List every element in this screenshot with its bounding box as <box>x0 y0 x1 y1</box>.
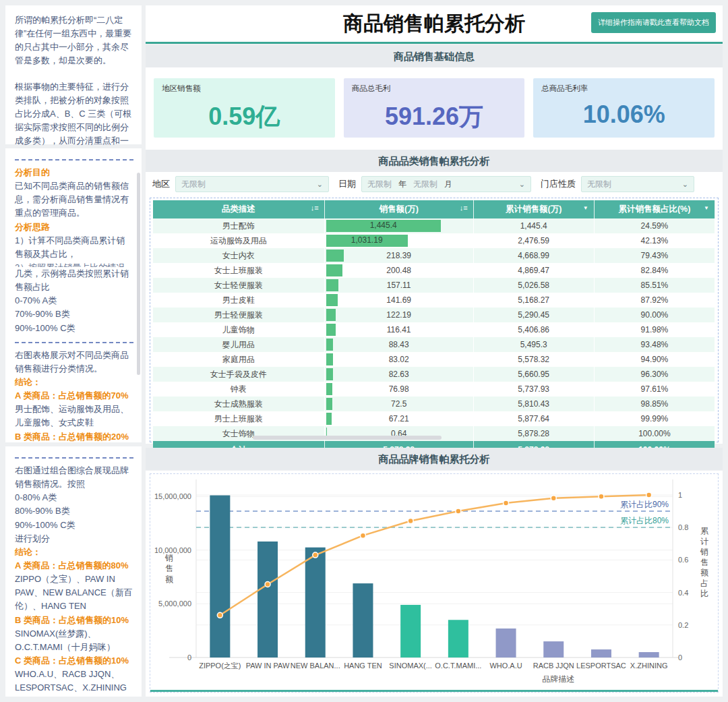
filter-triangle-icon[interactable]: ▼ <box>583 205 588 211</box>
chevron-down-icon: ⌄ <box>514 180 525 189</box>
chevron-down-icon: ⌄ <box>311 180 323 189</box>
filter-bar: 地区 无限制 ⌄ 日期 无限制 年 无限制 月 ⌄ 门店性质 无限制 ⌄ <box>146 172 723 196</box>
x-axis-title: 品牌描述 <box>542 674 574 684</box>
brand-sales-bar[interactable] <box>496 628 516 657</box>
table-row[interactable]: 男士皮鞋141.695,168.2787.92% <box>153 293 715 308</box>
svg-text:0: 0 <box>678 653 682 662</box>
brand-sales-bar[interactable] <box>257 542 278 657</box>
category-section-title: 商品品类销售帕累托分析 <box>146 150 723 172</box>
x-tick-label: WHO.A.U <box>489 662 522 670</box>
cell-cumulative: 5,578.32 <box>473 352 594 367</box>
table-row[interactable]: 钟表76.985,737.9397.61% <box>153 382 715 397</box>
brand-sales-bar[interactable] <box>400 605 421 657</box>
brand-sales-bar[interactable] <box>591 649 611 657</box>
analysis-approach-line1: 1）计算不同品类商品累计销售额及其占比， <box>15 234 133 261</box>
brand-sales-bar[interactable] <box>305 548 326 657</box>
sales-value: 76.98 <box>389 384 409 394</box>
table-row[interactable]: 男士上班服装67.215,877.6499.99% <box>153 411 715 426</box>
table-row[interactable]: 男士配饰1,445.41,445.424.59% <box>153 218 715 233</box>
filter-region-label: 地区 <box>152 178 170 190</box>
cumulative-point[interactable] <box>408 518 413 523</box>
table-row[interactable]: 女士上班服装200.484,869.4782.84% <box>153 263 715 278</box>
column-header-cumulative[interactable]: 累计销售额(万)▼ <box>473 200 594 218</box>
sort-descending-icon[interactable]: ↓≡ <box>460 204 468 212</box>
cell-sales: 72.5 <box>324 397 473 411</box>
brand-sales-bar[interactable] <box>210 496 230 657</box>
filter-store-select[interactable]: 无限制 ⌄ <box>581 176 694 192</box>
cell-cumulative: 5,878.28 <box>473 426 594 441</box>
cell-cumulative-pct: 42.13% <box>594 233 715 248</box>
cumulative-line[interactable] <box>220 495 648 615</box>
sidebar-brand-panel: 右图通过组合图综合展现品牌销售额情况。按照 0-80% A类 80%-90% B… <box>5 446 142 697</box>
threshold-label: 累计占比90% <box>620 500 669 509</box>
filter-region-select[interactable]: 无限制 ⌄ <box>175 176 329 192</box>
sales-value: 1,031.19 <box>326 233 408 247</box>
cumulative-point[interactable] <box>360 533 365 538</box>
cumulative-point[interactable] <box>551 496 556 501</box>
table-row[interactable]: 女士轻便服装157.115,026.5885.51% <box>153 278 715 293</box>
cell-category: 儿童饰物 <box>153 322 324 337</box>
cell-sales: 200.48 <box>324 263 473 278</box>
analysis-approach-title: 分析思路 <box>15 221 133 234</box>
x-tick-label: LESPORTSAC <box>576 662 626 670</box>
sidebar-scrollbar[interactable] <box>137 173 140 375</box>
cumulative-point[interactable] <box>456 508 461 514</box>
class-rule-a: 0-70% A类 <box>15 294 133 308</box>
cell-category: 家庭用品 <box>153 352 324 367</box>
brand-sales-bar[interactable] <box>639 652 659 657</box>
table-row[interactable]: 女士内衣218.394,668.9979.43% <box>153 248 715 263</box>
sales-value: 116.41 <box>387 325 411 334</box>
sort-descending-icon[interactable]: ↓≡ <box>311 204 319 212</box>
sales-bar <box>326 279 338 291</box>
brand-b-title: B 类商品：占总销售额的10% <box>15 614 133 627</box>
column-header-category[interactable]: 品类描述↓≡ <box>153 200 324 218</box>
chart-horizontal-scrollbar[interactable] <box>150 690 718 692</box>
cell-cumulative: 5,290.45 <box>473 308 594 322</box>
x-tick-label: SINOMAX(... <box>389 662 432 670</box>
cell-category: 女士轻便服装 <box>153 278 324 293</box>
cell-cumulative: 5,810.43 <box>473 397 594 411</box>
table-row[interactable]: 家庭用品83.025,578.3294.90% <box>153 352 715 367</box>
table-row[interactable]: 儿童饰物116.415,406.8691.98% <box>153 322 715 337</box>
cell-cumulative-pct: 79.43% <box>594 248 715 263</box>
table-row[interactable]: 女士成熟服装72.55,810.4398.85% <box>153 397 715 411</box>
column-header-cumulative-pct[interactable]: 累计销售额占比(%)▼ <box>594 200 715 218</box>
table-horizontal-scrollbar[interactable] <box>253 436 442 440</box>
brand-sales-bar[interactable] <box>448 620 468 657</box>
dashed-divider <box>15 457 133 459</box>
kpi-label: 总商品毛利率 <box>541 84 706 94</box>
cumulative-point[interactable] <box>313 552 318 558</box>
kpi-value: 591.26万 <box>352 100 517 134</box>
brand-rule-a: 0-80% A类 <box>15 491 133 504</box>
sales-bar <box>326 398 332 410</box>
help-doc-button[interactable]: 详细操作指南请戳此查看帮助文档 <box>591 12 716 33</box>
cumulative-point[interactable] <box>599 494 604 499</box>
filter-triangle-icon[interactable]: ▼ <box>704 205 709 211</box>
cell-sales: 141.69 <box>324 293 473 308</box>
cumulative-point[interactable] <box>504 500 509 506</box>
cell-sales: 116.41 <box>324 322 473 337</box>
pareto-chart[interactable]: 累计占比90%累计占比80%05,000,00010,000,00015,000… <box>150 473 719 693</box>
filter-date-month-unit: 月 <box>444 179 452 190</box>
x-tick-label: RACB JJQN <box>533 662 574 670</box>
pareto-combo-chart[interactable]: 累计占比90%累计占比80%05,000,00010,000,00015,000… <box>150 474 717 689</box>
table-row[interactable]: 运动服饰及用品1,031.192,476.5942.13% <box>153 233 715 248</box>
filter-date-select[interactable]: 无限制 年 无限制 月 ⌄ <box>361 176 531 192</box>
cell-category: 女士上班服装 <box>153 263 324 278</box>
table-row[interactable]: 婴儿用品88.435,495.393.48% <box>153 337 715 352</box>
brand-sales-bar[interactable] <box>543 641 564 657</box>
brand-c-items: WHO.A.U、RACB JJQN、LESPORTSAC、X.ZHINING <box>15 668 133 695</box>
column-header-sales[interactable]: 销售额(万)↓≡ <box>324 200 473 218</box>
svg-text:0.8: 0.8 <box>678 523 688 531</box>
brand-sales-bar[interactable] <box>353 583 373 657</box>
table-row[interactable]: 女士手袋及皮件82.635,660.9596.30% <box>153 367 715 382</box>
cell-cumulative: 4,869.47 <box>473 263 594 278</box>
cumulative-point[interactable] <box>217 612 222 618</box>
cell-sales: 88.43 <box>324 337 473 352</box>
sales-bar <box>326 353 333 365</box>
page-header: 商品销售帕累托分析 详细操作指南请戳此查看帮助文档 <box>146 5 723 44</box>
cumulative-point[interactable] <box>646 492 652 498</box>
table-row[interactable]: 男士轻便服装122.195,290.4590.00% <box>153 308 715 322</box>
cell-sales: 83.02 <box>324 352 473 367</box>
cumulative-point[interactable] <box>265 581 270 587</box>
